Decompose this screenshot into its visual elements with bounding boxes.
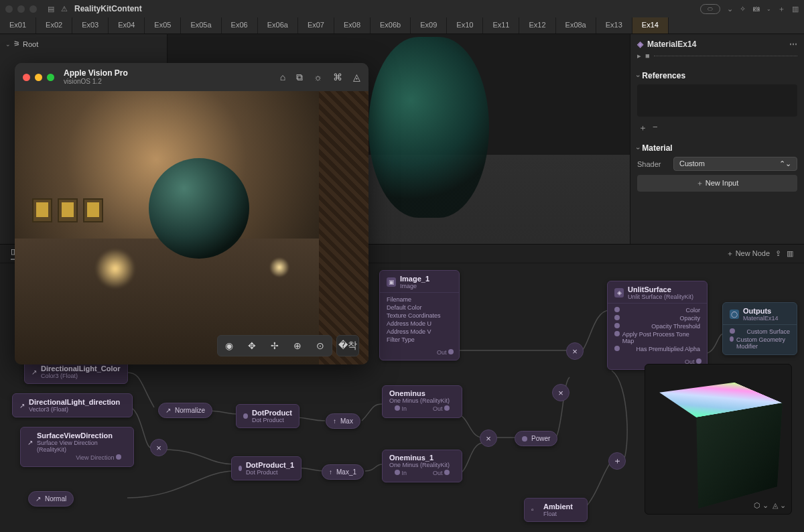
- device-icon[interactable]: ⬭: [700, 4, 720, 14]
- tab-ex08[interactable]: Ex08: [334, 17, 371, 34]
- surface-icon: ◈: [614, 288, 624, 297]
- node-max[interactable]: ↑Max: [326, 413, 360, 429]
- simulator-viewport[interactable]: ◉ ✥ ✢ ⊕ ⊙ �착: [15, 91, 368, 364]
- preview-sphere: [368, 37, 489, 218]
- node-normalize[interactable]: ↗Normalize: [158, 403, 212, 418]
- tab-ex12[interactable]: Ex12: [519, 17, 555, 34]
- node-directional-light-direction[interactable]: ↗ DirectionalLight_directionVector3 (Flo…: [12, 393, 133, 417]
- keyboard-icon[interactable]: ⌘: [333, 72, 342, 83]
- environment-icon[interactable]: ◬: [353, 72, 360, 83]
- shader-select[interactable]: Custom ⌃⌄: [673, 157, 797, 171]
- node-unlit-surface[interactable]: ◈ UnlitSurfaceUnlit Surface (RealityKit)…: [607, 281, 708, 370]
- simulator-window[interactable]: Apple Vision Pro visionOS 1.2 ⌂ ⧉ ☼ ⌘ ◬ …: [15, 63, 368, 364]
- simulator-subtitle: visionOS 1.2: [64, 78, 128, 85]
- tab-ex08a[interactable]: Ex08a: [556, 17, 596, 34]
- node-surface-view-direction[interactable]: ↗ SurfaceViewDirectionSurface View Direc…: [20, 427, 134, 467]
- tab-ex01[interactable]: Ex01: [0, 17, 36, 34]
- hierarchy-root[interactable]: ⌄ ⚞ Root: [5, 38, 161, 50]
- select-chevron-icon: ⌃⌄: [779, 159, 791, 168]
- tab-ex02[interactable]: Ex02: [36, 17, 72, 34]
- disclosure-icon[interactable]: ⌄: [5, 41, 11, 48]
- disclosure-icon[interactable]: [637, 71, 639, 80]
- node-dot-product[interactable]: DotProductDot Product: [236, 404, 299, 428]
- node-multiply-2[interactable]: ×: [150, 439, 168, 456]
- simulator-traffic-lights[interactable]: [23, 74, 54, 81]
- sim-nav-tools[interactable]: ◉ ✥ ✢ ⊕ ⊙: [217, 335, 332, 356]
- entity-icon: ⚞: [13, 40, 20, 48]
- add-reference-button[interactable]: ＋: [639, 122, 647, 134]
- tab-ex03[interactable]: Ex03: [72, 17, 109, 34]
- node-dot-product-1[interactable]: DotProduct_1Dot Product: [231, 456, 302, 480]
- app-title: RealityKitContent: [74, 4, 142, 13]
- tab-ex11[interactable]: Ex11: [483, 17, 519, 34]
- node-oneminus[interactable]: OneminusOne Minus (RealityKit) InOut: [382, 385, 462, 418]
- tab-ex04[interactable]: Ex04: [109, 17, 145, 34]
- output-icon: ◯: [730, 310, 739, 319]
- node-max-1[interactable]: ↑Max_1: [322, 464, 364, 480]
- record-button[interactable]: �착: [336, 335, 359, 356]
- move-icon[interactable]: ✢: [263, 340, 286, 351]
- node-image[interactable]: ▣ Image_1Image Filename Default Color Te…: [379, 270, 460, 360]
- up-icon: ↑: [329, 468, 332, 476]
- warning-icon[interactable]: ⚠: [61, 5, 68, 13]
- node-power[interactable]: Power: [515, 431, 557, 446]
- references-list[interactable]: [637, 84, 797, 117]
- node-oneminus-1[interactable]: Oneminus_1One Minus (RealityKit) InOut: [382, 450, 462, 482]
- home-icon[interactable]: ⌂: [280, 72, 285, 83]
- remove-reference-button[interactable]: −: [653, 122, 658, 134]
- camera-dropdown-icon[interactable]: ⌄: [766, 6, 771, 12]
- tab-ex06b[interactable]: Ex06b: [371, 17, 411, 34]
- node-normal[interactable]: ↗Normal: [28, 491, 74, 507]
- tab-ex13[interactable]: Ex13: [596, 17, 632, 34]
- material-preview: ⬡ ⌄ ◬ ⌄: [645, 364, 792, 515]
- tab-ex05a[interactable]: Ex05a: [181, 17, 221, 34]
- tab-ex14[interactable]: Ex14: [632, 17, 669, 34]
- node-multiply-4[interactable]: ×: [552, 384, 570, 401]
- simulator-titlebar[interactable]: Apple Vision Pro visionOS 1.2 ⌂ ⧉ ☼ ⌘ ◬: [15, 63, 368, 91]
- node-multiply[interactable]: ×: [566, 342, 584, 360]
- inspector-toggle-icon[interactable]: ▥: [792, 5, 799, 13]
- tab-ex07[interactable]: Ex07: [298, 17, 334, 34]
- pin-icon[interactable]: ⇪: [775, 249, 781, 258]
- traffic-lights[interactable]: [5, 5, 37, 13]
- pan-icon[interactable]: ✥: [241, 340, 263, 351]
- material-header: Material: [642, 143, 672, 153]
- ar-sphere: [149, 158, 249, 259]
- tab-ex06a[interactable]: Ex06a: [258, 17, 298, 34]
- stop-icon[interactable]: ■: [645, 52, 650, 60]
- wand-icon[interactable]: ✧: [740, 5, 746, 13]
- node-ambient[interactable]: ▫ AmbientFloat: [524, 498, 588, 522]
- disclosure-icon[interactable]: [637, 143, 639, 153]
- node-outputs[interactable]: ◯ OutputsMaterialEx14 Custom Surface Cus…: [722, 302, 797, 355]
- layout-toggle-icon[interactable]: ▥: [787, 249, 793, 258]
- dropdown-indicator-icon[interactable]: ⌄: [727, 5, 733, 13]
- tab-ex06[interactable]: Ex06: [222, 17, 258, 34]
- preview-env-button[interactable]: ◬ ⌄: [773, 501, 786, 510]
- node-multiply-3[interactable]: ×: [480, 429, 497, 447]
- arrow-icon: ↗: [31, 369, 37, 376]
- more-icon[interactable]: ⋯: [789, 40, 797, 49]
- orbit-icon[interactable]: ◉: [218, 340, 241, 351]
- shader-label: Shader: [637, 160, 669, 168]
- tab-ex10[interactable]: Ex10: [447, 17, 483, 34]
- camera-icon[interactable]: 📷︎: [752, 5, 760, 13]
- new-input-button[interactable]: ＋ New Input: [637, 175, 797, 192]
- play-icon[interactable]: ▸: [637, 52, 641, 60]
- sidebar-toggle-icon[interactable]: ▤: [48, 5, 54, 13]
- brightness-icon[interactable]: ☼: [314, 72, 322, 83]
- rotate-icon[interactable]: ⊕: [286, 340, 309, 351]
- inspector-title: MaterialEx14: [647, 40, 696, 49]
- preview-shape-button[interactable]: ⬡ ⌄: [754, 501, 768, 510]
- arrow-icon: ↗: [27, 439, 33, 446]
- root-label: Root: [23, 40, 38, 48]
- zoom-icon[interactable]: ⊙: [309, 340, 332, 351]
- add-icon[interactable]: ＋: [778, 4, 785, 14]
- tab-ex09[interactable]: Ex09: [411, 17, 447, 34]
- timeline-slider[interactable]: [654, 56, 797, 60]
- node-add[interactable]: ＋: [608, 452, 626, 470]
- arrow-icon: ↗: [36, 495, 41, 503]
- tab-ex05[interactable]: Ex05: [145, 17, 181, 34]
- float-icon: ▫: [531, 506, 539, 514]
- screenshot-icon[interactable]: ⧉: [296, 72, 303, 83]
- new-node-button[interactable]: ＋ New Node: [726, 249, 770, 259]
